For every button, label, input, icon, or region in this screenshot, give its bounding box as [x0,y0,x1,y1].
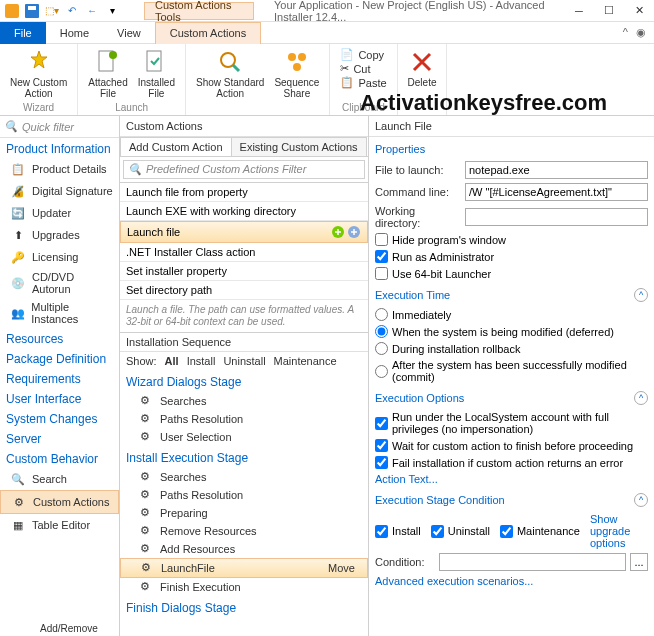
ca-search-input[interactable]: 🔍 Predefined Custom Actions Filter [123,160,365,179]
nav-multiple-instances[interactable]: 👥Multiple Instances [0,298,119,328]
ca-list-item[interactable]: Set directory path [120,281,368,300]
eo-wait-checkbox[interactable] [375,439,388,452]
copy-button[interactable]: 📄Copy [340,48,386,61]
stage-item[interactable]: ⚙Searches [120,392,368,410]
nav-requirements[interactable]: Requirements [0,368,119,388]
save-icon[interactable] [24,3,40,19]
stage-install-header[interactable]: Install Execution Stage [120,446,368,468]
advanced-scenarios-link[interactable]: Advanced execution scenarios... [369,573,654,589]
nav-custom-behavior[interactable]: Custom Behavior [0,448,119,468]
stage-item[interactable]: ⚙Preparing [120,504,368,522]
stage-finish-header[interactable]: Finish Dialogs Stage [120,596,368,618]
nav-server[interactable]: Server [0,428,119,448]
nav-product-details[interactable]: 📋Product Details [0,158,119,180]
move-link[interactable]: Move [328,562,361,574]
nav-system-changes[interactable]: System Changes [0,408,119,428]
nav-user-interface[interactable]: User Interface [0,388,119,408]
collapse-icon[interactable]: ^ [634,493,648,507]
collapse-icon[interactable]: ^ [634,288,648,302]
et-deferred-radio[interactable] [375,325,388,338]
ca-list-item[interactable]: Launch file from property [120,183,368,202]
condition-input[interactable] [439,553,626,571]
back-icon[interactable]: ← [84,3,100,19]
custom-actions-tab[interactable]: Custom Actions [155,22,261,44]
maximize-button[interactable]: ☐ [594,0,624,22]
hide-window-checkbox[interactable] [375,233,388,246]
cut-button[interactable]: ✂Cut [340,62,386,75]
qa-icon[interactable]: ⬚▾ [44,3,60,19]
et-commit-radio[interactable] [375,365,388,378]
sequence-share-button[interactable]: Sequence Share [270,46,323,101]
ca-list-item[interactable]: Launch EXE with working directory [120,202,368,221]
nav-resources[interactable]: Resources [0,328,119,348]
stage-item[interactable]: ⚙Paths Resolution [120,410,368,428]
file-tab[interactable]: File [0,22,46,44]
add-remove-link[interactable]: Add/Remove [40,623,98,634]
undo-icon[interactable]: ↶ [64,3,80,19]
stage-wizard-header[interactable]: Wizard Dialogs Stage [120,370,368,392]
eo-fail-checkbox[interactable] [375,456,388,469]
new-custom-action-button[interactable]: New Custom Action [6,46,71,101]
dropdown-icon[interactable]: ▾ [104,3,120,19]
add-right-icon[interactable] [347,225,361,239]
et-rollback-radio[interactable] [375,342,388,355]
nav-search[interactable]: 🔍Search [0,468,119,490]
updater-icon: 🔄 [10,205,26,221]
installed-file-button[interactable]: Installed File [134,46,179,101]
show-standard-button[interactable]: Show Standard Action [192,46,268,101]
collapse-icon[interactable]: ^ [634,391,648,405]
stage-item[interactable]: ⚙Searches [120,468,368,486]
context-tools-tab[interactable]: Custom Actions Tools [144,2,254,20]
nav-cddvd[interactable]: 💿CD/DVD Autorun [0,268,119,298]
tab-existing-custom-actions[interactable]: Existing Custom Actions [231,137,367,156]
options-menu-icon[interactable]: ◉ [636,26,646,39]
stage-item[interactable]: ⚙Finish Execution [120,578,368,596]
add-left-icon[interactable] [331,225,345,239]
nav-digital-signature[interactable]: 🔏Digital Signature [0,180,119,202]
show-all-link[interactable]: All [165,355,179,367]
stage-item-selected[interactable]: ⚙LaunchFileMove [120,558,368,578]
show-install-link[interactable]: Install [187,355,216,367]
section-exec-options: Execution Options^ [369,385,654,409]
stage-item[interactable]: ⚙Remove Resources [120,522,368,540]
show-uninstall-link[interactable]: Uninstall [223,355,265,367]
ca-list-item[interactable]: Set installer property [120,262,368,281]
uninstall-checkbox[interactable] [431,525,444,538]
maintenance-checkbox[interactable] [500,525,513,538]
use-64bit-checkbox[interactable] [375,267,388,280]
delete-button[interactable]: Delete [404,46,441,90]
run-admin-checkbox[interactable] [375,250,388,263]
working-dir-input[interactable] [465,208,648,226]
stage-item[interactable]: ⚙Add Resources [120,540,368,558]
file-to-launch-input[interactable] [465,161,648,179]
show-maintenance-link[interactable]: Maintenance [274,355,337,367]
nav-product-info[interactable]: Product Information [0,138,119,158]
install-checkbox[interactable] [375,525,388,538]
show-upgrade-link[interactable]: Show upgrade options [590,513,648,549]
nav-licensing[interactable]: 🔑Licensing [0,246,119,268]
paste-button[interactable]: 📋Paste [340,76,386,89]
stage-item[interactable]: ⚙User Selection [120,428,368,446]
nav-upgrades[interactable]: ⬆Upgrades [0,224,119,246]
gear-icon: ⚙ [140,506,154,520]
nav-custom-actions[interactable]: ⚙Custom Actions [0,490,119,514]
et-immediately-radio[interactable] [375,308,388,321]
tab-add-custom-action[interactable]: Add Custom Action [120,137,232,156]
nav-table-editor[interactable]: ▦Table Editor [0,514,119,536]
close-button[interactable]: ✕ [624,0,654,22]
action-text-link[interactable]: Action Text... [369,471,654,487]
ca-list-item-selected[interactable]: Launch file [120,221,368,243]
attached-file-button[interactable]: Attached File [84,46,131,101]
nav-updater[interactable]: 🔄Updater [0,202,119,224]
eo-localsystem-checkbox[interactable] [375,417,388,430]
ca-list-item[interactable]: .NET Installer Class action [120,243,368,262]
nav-package-def[interactable]: Package Definition [0,348,119,368]
view-tab[interactable]: View [103,22,155,44]
minimize-button[interactable]: ─ [564,0,594,22]
command-line-input[interactable] [465,183,648,201]
condition-browse-button[interactable]: ... [630,553,648,571]
quick-filter-input[interactable]: 🔍 Quick filter [0,116,119,138]
help-menu-icon[interactable]: ^ [623,26,628,39]
stage-item[interactable]: ⚙Paths Resolution [120,486,368,504]
home-tab[interactable]: Home [46,22,103,44]
